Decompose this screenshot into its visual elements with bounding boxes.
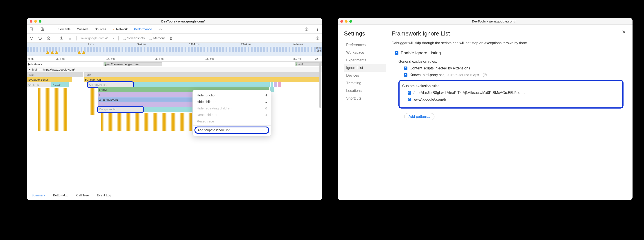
close-settings-icon[interactable]: ✕ xyxy=(622,29,626,35)
flame-on-ignore-list[interactable]: On ignore list xyxy=(88,82,133,87)
nav-locations[interactable]: Locations xyxy=(344,87,386,95)
flame-evaluate-script[interactable]: Evaluate Script xyxy=(27,77,72,82)
time-ruler[interactable]: 9 ms 324 ms 329 ms 334 ms 339 ms 359 ms … xyxy=(27,56,322,62)
memory-checkbox[interactable]: Memory xyxy=(149,36,165,40)
download-icon[interactable] xyxy=(68,36,72,40)
devtools-performance-window: DevTools - www.google.com/ Elements Cons… xyxy=(27,18,322,200)
panel-tabs: Elements Console Sources Network Perform… xyxy=(27,25,322,34)
kebab-icon[interactable] xyxy=(315,27,320,31)
titlebar[interactable]: DevTools - www.google.com/ xyxy=(27,18,322,25)
checkbox-icon xyxy=(404,67,408,70)
settings-main: ✕ Framework Ignore List Debugger will sk… xyxy=(390,25,632,200)
flame-on-ignore-list[interactable]: On ignore list xyxy=(98,107,143,112)
tab-overflow[interactable]: ≫ xyxy=(158,27,162,31)
svg-rect-1 xyxy=(41,28,43,30)
settings-heading: Settings xyxy=(344,30,386,37)
checkbox-icon xyxy=(408,91,411,95)
trash-icon[interactable] xyxy=(169,36,173,40)
clear-icon[interactable] xyxy=(46,36,51,40)
device-icon[interactable] xyxy=(40,27,44,31)
gear-icon[interactable] xyxy=(304,27,309,31)
screenshots-checkbox[interactable]: Screenshots xyxy=(123,36,145,40)
window-title: DevTools - www.google.com/ xyxy=(47,19,319,23)
svg-point-3 xyxy=(306,28,307,30)
flame-run[interactable]: Ru…s xyxy=(51,82,69,87)
scrollbar[interactable] xyxy=(320,63,321,108)
minimize-icon[interactable] xyxy=(34,20,37,23)
zoom-icon[interactable] xyxy=(39,20,42,23)
recording-selector[interactable]: www.google.com #1 xyxy=(80,36,109,40)
cm-add-to-ignore-list[interactable]: Add script to ignore list xyxy=(194,126,269,134)
upload-icon[interactable] xyxy=(59,36,64,40)
svg-point-7 xyxy=(30,37,33,40)
tab-summary[interactable]: Summary xyxy=(32,194,45,197)
rule-1-checkbox[interactable]: /ee=ALeJib:B8gLwd;AfeaP:TkrAjf;Afksuc:wM… xyxy=(408,91,618,95)
nav-throttling[interactable]: Throttling xyxy=(344,79,386,87)
checkbox-icon xyxy=(395,51,398,55)
nav-ignore-list[interactable]: Ignore List xyxy=(344,64,386,72)
reload-icon[interactable] xyxy=(38,36,42,40)
page-description: Debugger will skip through the scripts a… xyxy=(392,41,624,46)
flame-function-call[interactable]: Function Call xyxy=(84,77,320,82)
tab-event-log[interactable]: Event Log xyxy=(97,194,111,197)
titlebar[interactable]: DevTools - www.google.com/ xyxy=(338,18,632,25)
nav-experiments[interactable]: Experiments xyxy=(344,56,386,64)
tab-performance[interactable]: Performance xyxy=(134,27,152,33)
cm-reset-trace: Reset trace xyxy=(193,118,271,124)
third-party-checkbox[interactable]: Known third-party scripts from source ma… xyxy=(404,73,624,77)
overview-timeline[interactable]: 4 ms 994 ms 1494 ms 1994 ms 2494 ms ▲▲▲ … xyxy=(27,43,322,56)
flame-task[interactable]: Task xyxy=(84,72,320,77)
flame-on-ignore-list[interactable]: On i…list xyxy=(27,82,51,87)
svg-point-6 xyxy=(317,30,318,31)
svg-point-4 xyxy=(317,28,318,28)
main-track[interactable]: ▼ Main — https://www.google.com/ xyxy=(27,67,322,72)
cm-hide-children[interactable]: Hide children C xyxy=(193,99,271,105)
record-icon[interactable] xyxy=(29,36,34,40)
tab-network[interactable]: Network xyxy=(112,27,128,31)
flame-context-menu: Hide function H Hide children C Hide rep… xyxy=(192,90,271,136)
details-tabs: Summary Bottom-Up Call Tree Event Log xyxy=(27,190,322,200)
general-rules-label: General exclusion rules: xyxy=(398,60,624,64)
nav-devices[interactable]: Devices xyxy=(344,72,386,79)
cm-reset-children: Reset children U xyxy=(193,112,271,118)
nav-preferences[interactable]: Preferences xyxy=(344,41,386,49)
nav-shortcuts[interactable]: Shortcuts xyxy=(344,95,386,102)
tab-bottom-up[interactable]: Bottom-Up xyxy=(53,194,68,197)
help-icon[interactable]: ? xyxy=(483,73,487,77)
close-icon[interactable] xyxy=(30,20,32,23)
minimize-icon[interactable] xyxy=(345,20,348,23)
network-request-client[interactable]: client_ xyxy=(295,62,322,66)
cm-hide-function[interactable]: Hide function H xyxy=(193,92,271,99)
flame-task[interactable]: Task xyxy=(27,72,83,77)
tab-call-tree[interactable]: Call Tree xyxy=(76,194,89,197)
network-request-gen204[interactable]: gen_204 (www.google.com) xyxy=(104,62,162,66)
zoom-icon[interactable] xyxy=(349,20,352,23)
content-scripts-checkbox[interactable]: Content scripts injected by extensions xyxy=(404,66,624,70)
flame-chart[interactable]: Task Task Evaluate Script Function Call … xyxy=(27,72,322,131)
tab-console[interactable]: Console xyxy=(77,27,88,31)
checkbox-icon xyxy=(408,98,411,101)
custom-rules-highlight: Custom exclusion rules: /ee=ALeJib:B8gLw… xyxy=(398,80,624,109)
inspect-icon[interactable] xyxy=(29,27,34,31)
divider xyxy=(51,27,51,31)
tab-sources[interactable]: Sources xyxy=(95,27,106,31)
network-track[interactable]: ▶ Network gen_204 (www.google.com) clien… xyxy=(27,62,322,67)
net-label: NET xyxy=(316,50,321,53)
svg-point-9 xyxy=(317,37,318,39)
capture-settings-icon[interactable] xyxy=(315,36,320,40)
enable-ignore-checkbox[interactable]: Enable Ignore Listing xyxy=(395,51,624,55)
tab-elements[interactable]: Elements xyxy=(58,27,70,31)
add-pattern-button[interactable]: Add pattern... xyxy=(404,113,434,120)
cpu-label: CPU xyxy=(316,47,321,50)
cm-hide-repeating: Hide repeating children R xyxy=(193,105,271,112)
custom-rules-label: Custom exclusion rules: xyxy=(402,84,618,88)
rule-2-checkbox[interactable]: www\.google\.com\b xyxy=(408,98,618,102)
svg-rect-2 xyxy=(43,28,44,30)
close-icon[interactable] xyxy=(340,20,343,23)
nav-workspace[interactable]: Workspace xyxy=(344,49,386,56)
devtools-settings-window: DevTools - www.google.com/ Settings Pref… xyxy=(338,18,632,200)
checkbox-icon xyxy=(404,73,408,77)
window-title: DevTools - www.google.com/ xyxy=(358,19,630,23)
settings-sidebar: Settings Preferences Workspace Experimen… xyxy=(338,25,390,200)
svg-point-5 xyxy=(317,29,318,29)
